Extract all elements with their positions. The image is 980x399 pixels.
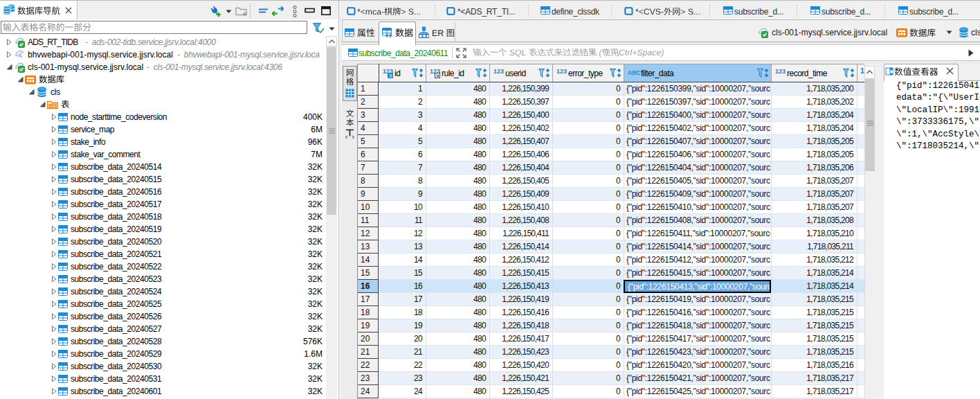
svg-text:123: 123 <box>556 68 567 75</box>
svg-text:123: 123 <box>493 68 504 75</box>
svg-text:123: 123 <box>775 68 786 75</box>
svg-text:9: 9 <box>389 73 392 79</box>
svg-text:ABC: ABC <box>628 69 640 76</box>
